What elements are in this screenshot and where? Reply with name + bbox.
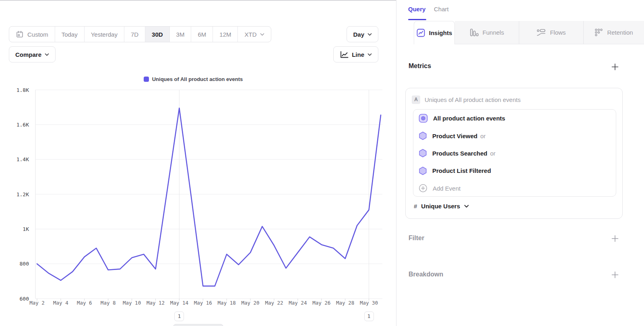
tab-spacer xyxy=(396,21,414,44)
flows-icon xyxy=(537,29,546,37)
tab-flows[interactable]: Flows xyxy=(519,21,584,44)
add-metric-button[interactable] xyxy=(611,63,619,71)
zoom-control-bar[interactable] xyxy=(173,324,223,326)
date-range-7d[interactable]: 7D xyxy=(124,27,145,42)
metric-header[interactable]: A Uniques of All product action events xyxy=(412,96,520,104)
y-axis-tick-label: 1.4K xyxy=(17,156,29,162)
y-axis-tick-label: 1.6K xyxy=(17,122,29,128)
event-row-product-list-filtered[interactable]: Product List Filtered xyxy=(413,162,616,179)
compare-dropdown[interactable]: Compare xyxy=(9,46,56,62)
x-axis-tick-label: May 2 xyxy=(29,300,45,306)
event-hexagon-icon xyxy=(419,166,427,175)
x-axis-tick-label: May 28 xyxy=(336,300,354,306)
add-event-button[interactable]: Add Event xyxy=(413,180,616,197)
x-axis-tick-label: May 18 xyxy=(218,300,236,306)
x-axis-tick-label: May 16 xyxy=(194,300,212,306)
chevron-down-icon xyxy=(260,33,264,36)
event-operator: or xyxy=(480,133,485,139)
metric-card: A Uniques of All product action events A… xyxy=(405,88,623,219)
y-axis-tick-label: 1K xyxy=(23,226,29,232)
breakdown-section-title: Breakdown xyxy=(409,271,443,278)
event-name: All product action events xyxy=(433,115,505,122)
x-axis-tick-label: May 20 xyxy=(241,300,259,306)
x-axis-tick-label: May 30 xyxy=(360,300,378,306)
add-circle-icon xyxy=(419,184,427,193)
date-range-30d[interactable]: 30D xyxy=(145,27,169,42)
event-row-all-product-action-events[interactable]: All product action events xyxy=(413,110,616,127)
x-axis-tick-label: May 8 xyxy=(101,300,116,306)
date-range-6m[interactable]: 6M xyxy=(191,27,213,42)
date-range-picker: Custom Today Yesterday 7D 30D 3M 6M 12M … xyxy=(9,26,271,42)
date-range-yesterday[interactable]: Yesterday xyxy=(84,27,124,42)
add-breakdown-button[interactable] xyxy=(611,271,619,278)
date-range-3m[interactable]: 3M xyxy=(169,27,191,42)
date-range-12m[interactable]: 12M xyxy=(213,27,237,42)
chart-legend: Uniques of All product action events xyxy=(0,76,386,82)
date-range-today[interactable]: Today xyxy=(55,27,84,42)
line-chart-icon xyxy=(340,51,349,58)
active-tab-underline xyxy=(408,19,426,20)
insights-report-page: Custom Today Yesterday 7D 30D 3M 6M 12M … xyxy=(0,0,644,326)
add-filter-button[interactable] xyxy=(611,235,619,242)
x-axis-tick-label: May 4 xyxy=(53,300,68,306)
chevron-down-icon xyxy=(367,53,372,56)
tab-query[interactable]: Query xyxy=(408,6,425,12)
y-axis-tick-label: 600 xyxy=(20,296,29,302)
y-axis-tick-label: 800 xyxy=(20,261,29,267)
event-name: Products Searched xyxy=(432,150,487,157)
x-axis-tick-label: May 24 xyxy=(289,300,307,306)
chevron-down-icon xyxy=(45,53,49,56)
event-row-products-searched[interactable]: Products Searched or xyxy=(413,145,616,162)
legend-swatch xyxy=(144,77,149,82)
add-event-label: Add Event xyxy=(433,185,460,192)
retention-icon xyxy=(594,28,603,37)
query-panel: Query Chart Insights Funnels xyxy=(396,0,644,326)
y-axis-tick-label: 1.2K xyxy=(17,191,29,197)
custom-event-icon xyxy=(419,114,428,123)
event-hexagon-icon xyxy=(419,149,427,158)
annotation-chip[interactable]: 1 xyxy=(364,311,374,321)
chart-panel: Custom Today Yesterday 7D 30D 3M 6M 12M … xyxy=(0,0,396,326)
date-range-label: Custom xyxy=(27,31,48,38)
tab-insights[interactable]: Insights xyxy=(414,21,455,44)
y-axis-tick-label: 1.8K xyxy=(17,87,29,93)
event-list-card: All product action events Product Viewed… xyxy=(413,109,616,197)
aggregation-dropdown[interactable]: # Unique Users xyxy=(414,203,469,210)
event-name: Product Viewed xyxy=(432,133,477,139)
interval-dropdown[interactable]: Day xyxy=(347,26,378,42)
x-axis-tick-label: May 12 xyxy=(147,300,165,306)
tab-retention[interactable]: Retention xyxy=(584,21,644,44)
metric-letter-badge: A xyxy=(412,96,420,104)
line-chart[interactable]: 6008001K1.2K1.4K1.6K1.8KMay 2May 4May 6M… xyxy=(0,84,386,308)
metrics-section-title: Metrics xyxy=(409,62,431,70)
event-hexagon-icon xyxy=(419,131,427,140)
legend-label: Uniques of All product action events xyxy=(152,76,243,82)
number-icon: # xyxy=(414,203,417,210)
event-operator: or xyxy=(490,150,495,157)
x-axis-tick-label: May 6 xyxy=(77,300,92,306)
x-axis-tick-label: May 26 xyxy=(312,300,330,306)
aggregation-label: Unique Users xyxy=(421,203,460,210)
event-row-product-viewed[interactable]: Product Viewed or xyxy=(413,127,616,144)
calendar-icon xyxy=(16,30,24,38)
chevron-down-icon xyxy=(464,205,469,208)
metric-summary: Uniques of All product action events xyxy=(425,96,520,103)
annotation-chip[interactable]: 1 xyxy=(174,311,184,321)
event-name: Product List Filtered xyxy=(432,167,491,174)
panel-top-border xyxy=(0,0,396,1)
series-line[interactable] xyxy=(37,108,381,286)
date-range-xtd[interactable]: XTD xyxy=(237,27,271,42)
insights-icon xyxy=(417,29,425,37)
tab-chart[interactable]: Chart xyxy=(434,6,449,12)
report-type-tabs: Insights Funnels Flows xyxy=(396,21,644,44)
x-axis-tick-label: May 22 xyxy=(265,300,283,306)
tab-funnels[interactable]: Funnels xyxy=(455,21,519,44)
chevron-down-icon xyxy=(367,33,372,36)
x-axis-tick-label: May 14 xyxy=(170,300,188,306)
date-range-custom[interactable]: Custom xyxy=(9,27,55,42)
funnels-icon xyxy=(470,28,479,37)
chart-type-dropdown[interactable]: Line xyxy=(333,46,378,62)
x-axis-tick-label: May 10 xyxy=(123,300,141,306)
filter-section-title: Filter xyxy=(409,235,424,242)
